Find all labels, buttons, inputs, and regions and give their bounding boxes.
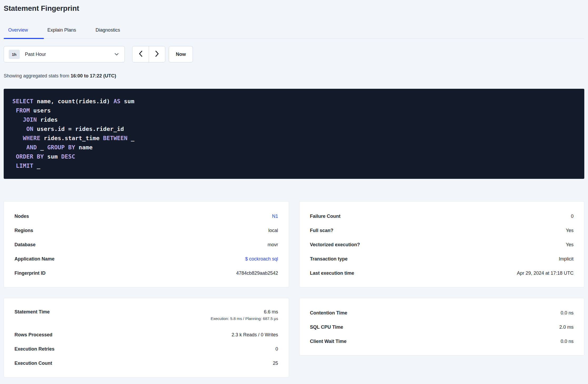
sql-line: ON users.id = rides.rider_id <box>12 124 576 134</box>
tab-bar: OverviewExplain PlansDiagnostics <box>4 25 584 39</box>
row-value-block: movr <box>268 242 278 248</box>
caption-time-range: 16:00 to 17:22 (UTC) <box>71 73 116 78</box>
tab-explain-plans[interactable]: Explain Plans <box>47 25 76 38</box>
row-label: Client Wait Time <box>310 339 347 344</box>
row-value: 0.0 ns <box>561 310 574 316</box>
row-subvalue: Execution: 5.8 ms / Planning: 687.5 µs <box>211 316 278 321</box>
row-value-block: 0 <box>275 346 278 352</box>
row-value-block: 6.6 msExecution: 5.8 ms / Planning: 687.… <box>211 309 278 321</box>
aggregated-stats-caption: Showing aggregated stats from 16:00 to 1… <box>4 73 584 79</box>
row-label: Transaction type <box>310 256 348 262</box>
statement-fingerprint-page: Statement Fingerprint OverviewExplain Pl… <box>0 4 588 377</box>
row-label: Failure Count <box>310 214 341 219</box>
row-label: Execution Count <box>14 361 52 366</box>
row-label: Last execution time <box>310 270 354 276</box>
sql-line: AND _ GROUP BY name <box>12 143 576 152</box>
summary-row: Full scan?Yes <box>310 223 574 238</box>
time-controls: 1h Past Hour Now <box>4 46 584 62</box>
row-value: Implicit <box>559 256 574 262</box>
row-label: Statement Time <box>14 309 50 315</box>
summary-row: Application Name$ cockroach sql <box>14 252 278 266</box>
sql-line: LIMIT _ <box>12 161 576 170</box>
summary-row: Execution Count25 <box>14 356 278 370</box>
chevron-right-icon <box>155 51 159 58</box>
tab-diagnostics[interactable]: Diagnostics <box>96 25 120 38</box>
summary-row: Statement Time6.6 msExecution: 5.8 ms / … <box>14 306 278 328</box>
sql-line: SELECT name, count(rides.id) AS sum <box>12 97 576 106</box>
summary-row: Last execution timeApr 29, 2024 at 17:18… <box>310 266 574 280</box>
row-value-block: 2.3 k Reads / 0 Writes <box>232 332 278 338</box>
row-value: Apr 29, 2024 at 17:18 UTC <box>517 270 574 276</box>
tab-overview[interactable]: Overview <box>8 25 28 38</box>
row-value: 6.6 ms <box>211 309 278 315</box>
sql-line: ORDER BY sum DESC <box>12 152 576 161</box>
summary-row: NodesN1 <box>14 209 278 223</box>
previous-interval-button[interactable] <box>132 46 149 62</box>
summary-row: SQL CPU Time2.0 ms <box>310 320 574 334</box>
sql-line: FROM users <box>12 106 576 115</box>
now-button[interactable]: Now <box>169 46 193 62</box>
sql-statement-box: SELECT name, count(rides.id) AS sum FROM… <box>4 89 584 179</box>
row-value: 0.0 ns <box>561 339 574 344</box>
row-label: Vectorized execution? <box>310 242 360 248</box>
next-interval-button[interactable] <box>149 46 165 62</box>
chevron-down-icon <box>114 53 119 56</box>
summary-row: Failure Count0 <box>310 209 574 223</box>
row-label: Fingerprint ID <box>14 270 46 276</box>
summary-row: Vectorized execution?Yes <box>310 238 574 252</box>
row-value-block: Yes <box>566 228 574 233</box>
row-label: Regions <box>14 228 33 233</box>
row-label: Contention Time <box>310 310 347 316</box>
summary-row: Contention Time0.0 ns <box>310 306 574 320</box>
time-step-buttons <box>132 46 165 62</box>
row-value: 2.3 k Reads / 0 Writes <box>232 332 278 338</box>
row-value-block: Implicit <box>559 256 574 262</box>
summary-row: Databasemovr <box>14 238 278 252</box>
row-label: Application Name <box>14 256 54 262</box>
row-label: SQL CPU Time <box>310 324 343 330</box>
row-value-link[interactable]: N1 <box>272 214 278 219</box>
page-title: Statement Fingerprint <box>4 4 584 13</box>
statement-details-card: NodesN1RegionslocalDatabasemovrApplicati… <box>4 201 289 287</box>
row-value-block: 0 <box>571 214 574 219</box>
row-value-block: 0.0 ns <box>561 339 574 344</box>
timing-cards-row: Statement Time6.6 msExecution: 5.8 ms / … <box>4 298 584 377</box>
summary-row: Transaction typeImplicit <box>310 252 574 266</box>
summary-row: Fingerprint ID4784cb829aab2542 <box>14 266 278 280</box>
row-value-block: local <box>268 228 278 233</box>
row-value: local <box>268 228 278 233</box>
row-value: 4784cb829aab2542 <box>236 270 278 276</box>
row-value: 25 <box>273 361 278 366</box>
statement-timing-card: Statement Time6.6 msExecution: 5.8 ms / … <box>4 298 289 377</box>
row-label: Database <box>14 242 36 248</box>
row-value: 2.0 ms <box>559 324 574 330</box>
overview-cards-row: NodesN1RegionslocalDatabasemovrApplicati… <box>4 201 584 287</box>
row-label: Full scan? <box>310 228 333 233</box>
row-value: Yes <box>566 228 574 233</box>
time-range-picker[interactable]: 1h Past Hour <box>4 46 125 62</box>
row-value-block: 25 <box>273 361 278 366</box>
row-label: Rows Processed <box>14 332 52 338</box>
chevron-left-icon <box>139 51 143 58</box>
caption-prefix: Showing aggregated stats from <box>4 73 71 78</box>
row-label: Nodes <box>14 214 29 219</box>
sql-line: WHERE rides.start_time BETWEEN _ <box>12 134 576 143</box>
row-value-block: 2.0 ms <box>559 324 574 330</box>
row-value: 0 <box>571 214 574 219</box>
execution-attributes-card: Failure Count0Full scan?YesVectorized ex… <box>299 201 585 287</box>
row-label: Execution Retries <box>14 346 54 352</box>
sql-line: JOIN rides <box>12 115 576 124</box>
row-value-link[interactable]: $ cockroach sql <box>245 256 278 262</box>
row-value-block: 4784cb829aab2542 <box>236 270 278 276</box>
row-value: 0 <box>275 346 278 352</box>
wait-time-card: Contention Time0.0 nsSQL CPU Time2.0 msC… <box>299 298 585 356</box>
summary-row: Execution Retries0 <box>14 342 278 356</box>
row-value-block: Yes <box>566 242 574 248</box>
row-value: Yes <box>566 242 574 248</box>
time-range-badge: 1h <box>9 50 20 59</box>
row-value-block: Apr 29, 2024 at 17:18 UTC <box>517 270 574 276</box>
summary-row: Regionslocal <box>14 223 278 238</box>
summary-row: Rows Processed2.3 k Reads / 0 Writes <box>14 328 278 342</box>
row-value: movr <box>268 242 278 248</box>
time-range-label: Past Hour <box>25 52 46 57</box>
